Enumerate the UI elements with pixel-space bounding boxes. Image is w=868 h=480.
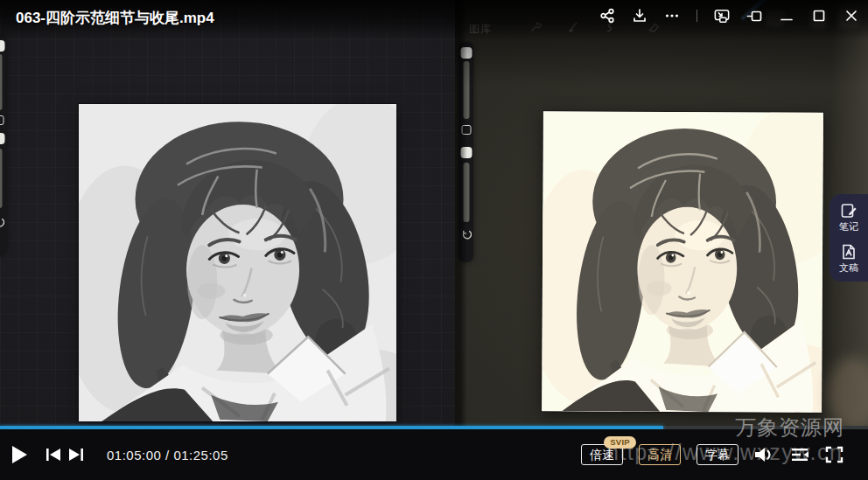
quality-button[interactable]: 高清 xyxy=(639,444,681,465)
note-edit-icon xyxy=(840,202,858,219)
share-icon xyxy=(599,8,615,24)
playlist-icon xyxy=(791,447,809,463)
fullscreen-button[interactable] xyxy=(825,446,844,463)
opacity-slider-track xyxy=(463,163,469,222)
portrait-painting xyxy=(79,104,396,421)
fullscreen-icon xyxy=(825,446,844,463)
brush-size-slider-track xyxy=(0,54,3,110)
share-button[interactable] xyxy=(599,8,615,24)
modify-button xyxy=(0,115,4,125)
procreate-sidebar xyxy=(458,42,473,262)
picture-in-picture-icon xyxy=(714,8,730,24)
video-title: 063-四阶示范细节与收尾.mp4 xyxy=(16,8,214,28)
opacity-slider-handle xyxy=(460,147,472,158)
opacity-slider-track xyxy=(0,149,3,208)
subtitles-label: 字幕 xyxy=(705,448,730,462)
brush-size-slider-handle xyxy=(0,40,5,52)
painting-canvas-left xyxy=(79,104,396,421)
procreate-sidebar-left xyxy=(0,35,6,255)
previous-icon xyxy=(46,448,61,462)
previous-button[interactable] xyxy=(46,448,61,462)
time-display: 01:05:00 / 01:25:05 xyxy=(107,448,228,463)
video-player-window: 图库 笔 xyxy=(0,0,868,480)
video-right-photo: 图库 xyxy=(455,0,868,480)
svip-badge: SVIP xyxy=(604,436,636,449)
next-icon xyxy=(68,448,84,462)
video-left-screencast xyxy=(0,0,455,480)
playlist-button[interactable] xyxy=(791,447,809,463)
document-a-icon xyxy=(840,243,858,261)
notes-button[interactable]: 笔记 xyxy=(839,202,858,232)
toolbar-divider xyxy=(696,10,697,22)
quality-label: 高清 xyxy=(648,448,672,462)
minimize-icon xyxy=(779,8,794,24)
close-icon xyxy=(844,8,859,24)
play-icon xyxy=(11,445,28,464)
maximize-icon xyxy=(811,8,827,24)
brush-size-slider-track xyxy=(463,61,469,119)
painting-canvas-right xyxy=(542,111,823,413)
more-button[interactable] xyxy=(664,8,680,24)
close-button[interactable] xyxy=(844,8,859,24)
play-button[interactable] xyxy=(11,445,28,464)
pip-button[interactable] xyxy=(714,8,730,24)
speed-label: 倍速 xyxy=(590,448,614,462)
volume-icon xyxy=(754,446,775,463)
mini-window-icon xyxy=(746,8,762,24)
docs-button[interactable]: 文稿 xyxy=(839,243,858,273)
undo-icon xyxy=(460,229,472,240)
maximize-button[interactable] xyxy=(811,8,827,24)
download-button[interactable] xyxy=(632,8,648,24)
minimize-button[interactable] xyxy=(779,8,794,24)
subtitles-button[interactable]: 字幕 xyxy=(696,444,738,465)
next-button[interactable] xyxy=(68,448,84,462)
download-icon xyxy=(632,8,648,24)
total-time: 01:25:05 xyxy=(173,448,228,463)
undo-icon xyxy=(0,217,5,228)
time-separator: / xyxy=(161,448,173,463)
volume-button[interactable] xyxy=(754,446,775,463)
brush-size-slider-handle xyxy=(460,47,472,59)
docs-label: 文稿 xyxy=(839,263,858,273)
opacity-slider-handle xyxy=(0,133,5,144)
ellipsis-icon xyxy=(664,8,680,24)
floating-side-panel: 笔记 文稿 xyxy=(830,194,868,282)
current-time: 01:05:00 xyxy=(107,448,161,463)
playback-speed-button[interactable]: 倍速 SVIP xyxy=(581,444,623,465)
top-icon-row xyxy=(599,8,859,24)
portrait-painting xyxy=(542,111,823,413)
controls-left: 01:05:00 / 01:25:05 xyxy=(11,429,228,480)
player-top-bar: 063-四阶示范细节与收尾.mp4 xyxy=(0,0,868,40)
watermark-site-name: 万象资源网 xyxy=(735,414,844,442)
mini-window-button[interactable] xyxy=(746,8,762,24)
notes-label: 笔记 xyxy=(839,222,858,232)
modify-button xyxy=(461,125,471,135)
